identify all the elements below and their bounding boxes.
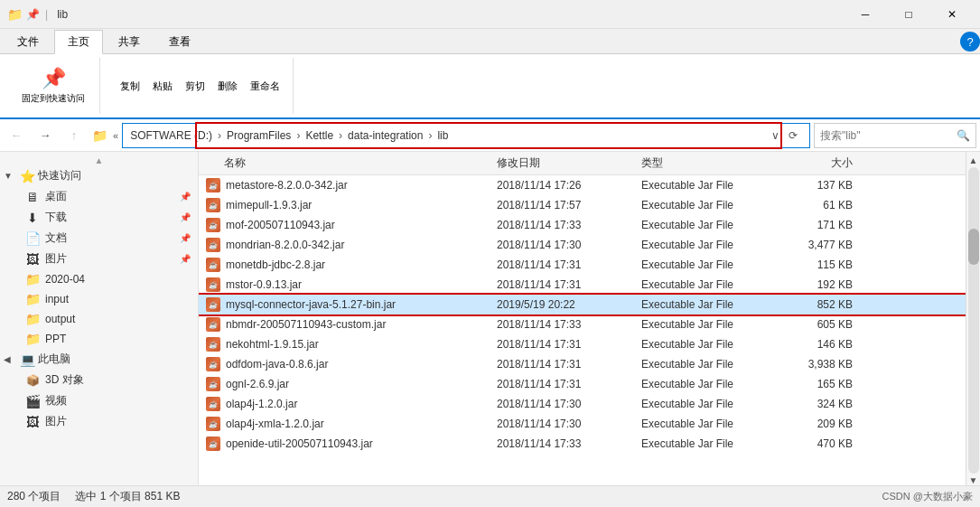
ribbon-delete-btn[interactable]: 删除 [212,78,243,95]
help-icon[interactable]: ? [960,32,980,52]
pin-icon: 📌 [180,192,191,202]
file-name: odfdom-java-0.8.6.jar [226,358,328,371]
title-bar-icons: 📁 📌 | [7,7,50,22]
scroll-down-icon[interactable]: ▼ [969,475,978,485]
jar-icon: ☕ [206,277,220,292]
file-name-cell: ☕ mstor-0.9.13.jar [199,277,497,292]
col-header-date[interactable]: 修改日期 [497,155,641,171]
table-row[interactable]: ☕ ognl-2.6.9.jar 2018/11/14 17:31 Execut… [199,374,966,394]
jar-icon: ☕ [206,377,220,391]
sidebar-item-downloads[interactable]: ⬇ 下载 📌 [0,207,198,228]
address-bar[interactable]: SOFTWARE (D:) › ProgramFiles › Kettle › … [122,123,810,148]
table-row[interactable]: ☕ metastore-8.2.0.0-342.jar 2018/11/14 1… [199,175,966,195]
file-type-cell: Executable Jar File [641,437,786,450]
up-button[interactable]: ↑ [61,123,87,148]
sidebar-item-2020-04[interactable]: 📁 2020-04 [0,269,198,289]
file-size-cell: 137 KB [786,179,867,192]
file-size-cell: 3,477 KB [786,239,867,251]
tab-share[interactable]: 共享 [105,30,154,53]
path-lib[interactable]: lib [437,129,448,142]
table-row[interactable]: ☕ nbmdr-200507110943-custom.jar 2018/11/… [199,315,966,334]
back-button[interactable]: ← [4,123,29,148]
table-row[interactable]: ☕ monetdb-jdbc-2.8.jar 2018/11/14 17:31 … [199,255,966,275]
forward-button[interactable]: → [33,123,58,148]
ribbon-rename-btn[interactable]: 重命名 [245,78,285,95]
nav-left-arrow: « [113,130,118,141]
sidebar-item-desktop[interactable]: 🖥 桌面 📌 [0,186,198,207]
table-row[interactable]: ☕ olap4j-1.2.0.jar 2018/11/14 17:30 Exec… [199,394,966,414]
table-row[interactable]: ☕ odfdom-java-0.8.6.jar 2018/11/14 17:31… [199,354,966,374]
folder-input-label: input [45,293,69,305]
path-programfiles[interactable]: ProgramFiles [227,129,291,142]
path-dataintegration[interactable]: data-integration [348,129,423,142]
file-type-cell: Executable Jar File [641,179,786,192]
folder-icon: 📁 [25,312,40,326]
table-row[interactable]: ☕ openide-util-200507110943.jar 2018/11/… [199,434,966,454]
close-button[interactable]: ✕ [931,0,973,29]
sidebar-item-3dobjects[interactable]: 📦 3D 对象 [0,370,198,390]
col-header-size[interactable]: 大小 [786,155,867,171]
sidebar-item-input[interactable]: 📁 input [0,289,198,309]
address-refresh-icon[interactable]: ⟳ [784,129,802,142]
minimize-button[interactable]: ─ [845,0,886,29]
computer-icon: 💻 [20,352,34,367]
file-date-cell: 2018/11/14 17:31 [497,358,641,371]
file-date-cell: 2018/11/14 17:31 [497,378,641,390]
file-type-cell: Executable Jar File [641,398,786,410]
sidebar-item-documents[interactable]: 📄 文档 📌 [0,228,198,249]
path-drive[interactable]: SOFTWARE (D:) [130,129,212,142]
address-chevron-icon[interactable]: ∨ [766,129,784,142]
ribbon-cut-btn[interactable]: 剪切 [180,78,210,95]
sidebar-section-quickaccess[interactable]: ▼ ⭐ 快速访问 [0,165,198,186]
tab-view[interactable]: 查看 [155,30,204,53]
search-icon[interactable]: 🔍 [957,129,970,142]
table-row[interactable]: ☕ olap4j-xmla-1.2.0.jar 2018/11/14 17:30… [199,414,966,434]
file-type-cell: Executable Jar File [641,278,786,291]
separator: | [45,8,48,21]
table-row[interactable]: ☕ nekohtml-1.9.15.jar 2018/11/14 17:31 E… [199,334,966,354]
sidebar-item-ppt[interactable]: 📁 PPT [0,329,198,349]
jar-icon: ☕ [206,397,220,411]
pictures2-label: 图片 [45,414,67,429]
file-header: 名称 修改日期 类型 大小 [199,152,966,175]
documents-label: 文档 [45,230,67,246]
scrollbar[interactable]: ▲ ▼ [966,152,980,485]
file-size-cell: 324 KB [786,398,867,410]
jar-icon: ☕ [206,198,220,212]
tab-file[interactable]: 文件 [4,30,52,53]
pin-icon: 📌 [180,254,191,264]
ribbon-paste-btn[interactable]: 粘贴 [147,78,178,95]
col-header-name[interactable]: 名称 [199,155,497,171]
search-input[interactable] [820,129,957,142]
file-name-cell: ☕ mimepull-1.9.3.jar [199,198,497,212]
sidebar-item-video[interactable]: 🎬 视频 [0,390,198,411]
sidebar-section-thispc[interactable]: ◀ 💻 此电脑 [0,349,198,370]
file-type-cell: Executable Jar File [641,219,786,231]
sidebar-item-output[interactable]: 📁 output [0,309,198,329]
file-name: mimepull-1.9.3.jar [226,199,312,211]
file-date-cell: 2018/11/14 17:31 [497,278,641,291]
file-name: openide-util-200507110943.jar [226,437,373,450]
file-type-cell: Executable Jar File [641,338,786,351]
table-row[interactable]: ☕ mof-200507110943.jar 2018/11/14 17:33 … [199,215,966,235]
ribbon-pin-btn[interactable]: 📌 固定到快速访问 [14,63,92,108]
table-row[interactable]: ☕ mondrian-8.2.0.0-342.jar 2018/11/14 17… [199,235,966,255]
table-row[interactable]: ☕ mimepull-1.9.3.jar 2018/11/14 17:57 Ex… [199,195,966,215]
pictures-label: 图片 [45,251,67,267]
search-bar[interactable]: 🔍 [814,123,976,148]
table-row[interactable]: ☕ mstor-0.9.13.jar 2018/11/14 17:31 Exec… [199,275,966,295]
sidebar-item-pictures[interactable]: 🖼 图片 📌 [0,249,198,269]
maximize-button[interactable]: □ [888,0,929,29]
ribbon-copy-btn[interactable]: 复制 [115,78,145,95]
file-size-cell: 146 KB [786,338,867,351]
sidebar-item-pictures2[interactable]: 🖼 图片 [0,411,198,432]
col-header-type[interactable]: 类型 [641,155,786,171]
tab-home[interactable]: 主页 [54,30,103,54]
path-kettle[interactable]: Kettle [305,129,333,142]
file-date-cell: 2018/11/14 17:30 [497,239,641,251]
table-row-selected[interactable]: ☕ mysql-connector-java-5.1.27-bin.jar 20… [199,295,966,315]
scroll-up-icon[interactable]: ▲ [969,155,978,165]
file-name-cell: ☕ olap4j-xmla-1.2.0.jar [199,417,497,431]
folder-output-label: output [45,313,75,325]
file-date-cell: 2018/11/14 17:30 [497,418,641,430]
